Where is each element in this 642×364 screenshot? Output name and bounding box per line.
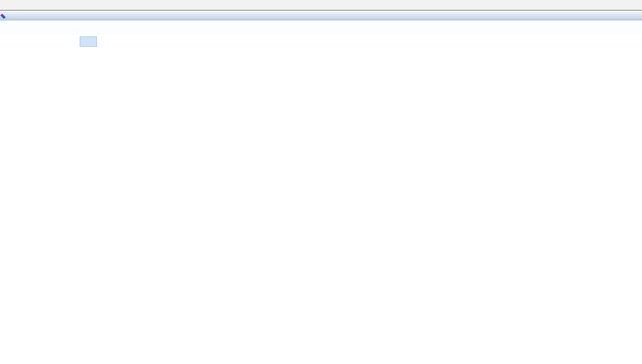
toolbar (0, 21, 642, 35)
report-icon (1, 14, 6, 19)
sidebar-tree (0, 35, 79, 364)
data-grid (79, 62, 642, 364)
common-button[interactable] (80, 36, 97, 47)
menu-bar (0, 0, 642, 11)
filter-panel (79, 35, 642, 62)
window-title-bar (0, 12, 642, 21)
